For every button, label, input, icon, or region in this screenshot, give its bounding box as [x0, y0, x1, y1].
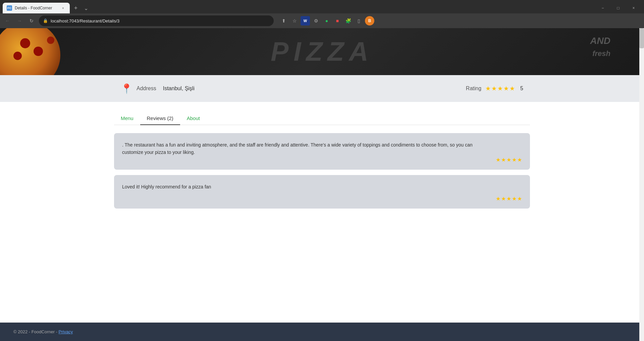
star-3: ★: [497, 85, 503, 92]
address-value: Istanbul, Şişli: [163, 86, 195, 92]
address-bar-row: ← → ↻ 🔒 localhost:7043/Restaurant/Detail…: [0, 13, 644, 28]
new-tab-button[interactable]: +: [71, 3, 80, 13]
extension-green-icon[interactable]: ●: [322, 16, 331, 25]
url-text: localhost:7043/Restaurant/Details/3: [51, 18, 270, 23]
tab-title: Details - FoodCorner: [15, 6, 58, 10]
footer: © 2022 - FoodCorner - Privacy: [0, 323, 644, 341]
rating-label: Rating: [466, 86, 481, 92]
browser-chrome: FC Details - FoodCorner × + ⌄ − □ × ← → …: [0, 0, 644, 28]
review-star-3: ★: [506, 157, 511, 163]
review-text: Loved it! Highly recommend for a pizza f…: [122, 183, 482, 190]
tab-favicon: FC: [7, 5, 12, 11]
extension-settings-icon[interactable]: ⚙: [311, 16, 321, 25]
tab-about[interactable]: About: [180, 112, 207, 125]
tabs: Menu Reviews (2) About: [114, 112, 530, 125]
rating-section: Rating ★ ★ ★ ★ ★ 5: [466, 85, 523, 92]
extension-word-icon[interactable]: W: [301, 16, 310, 25]
location-pin-icon: 📍: [121, 83, 132, 94]
page-content: PIZZA ANDfresh 📍 Address Istanbul, Şişli…: [0, 28, 644, 219]
bookmark-icon[interactable]: ☆: [290, 16, 299, 25]
review-star-2: ★: [501, 157, 506, 163]
reviews-container: . The restaurant has a fun and inviting …: [114, 133, 530, 209]
star-1: ★: [485, 85, 491, 92]
tab-close-button[interactable]: ×: [60, 5, 66, 11]
toolbar-icons: ⬆ ☆ W ⚙ ● ■ 🧩 ▯ B: [279, 16, 374, 25]
extensions-button[interactable]: 🧩: [343, 16, 353, 25]
rating-stars: ★ ★ ★ ★ ★: [485, 85, 515, 92]
footer-copyright: © 2022 - FoodCorner - Privacy: [13, 329, 73, 334]
extension-red-icon[interactable]: ■: [333, 16, 342, 25]
address-bar[interactable]: 🔒 localhost:7043/Restaurant/Details/3: [39, 15, 274, 26]
review-text: . The restaurant has a fun and inviting …: [122, 141, 482, 156]
review-star-5: ★: [517, 157, 522, 163]
review-card: Loved it! Highly recommend for a pizza f…: [114, 175, 530, 209]
review-star-2: ★: [501, 195, 506, 202]
profile-icon[interactable]: B: [365, 16, 374, 25]
scrollbar-thumb[interactable]: [639, 28, 644, 48]
maximize-button[interactable]: □: [610, 3, 626, 13]
review-card: . The restaurant has a fun and inviting …: [114, 133, 530, 170]
hero-right-text: ANDfresh: [590, 35, 610, 59]
info-bar: 📍 Address Istanbul, Şişli Rating ★ ★ ★ ★…: [0, 75, 644, 102]
back-button[interactable]: ←: [3, 16, 12, 25]
address-label: Address: [137, 86, 156, 92]
sidebar-toggle-icon[interactable]: ▯: [354, 16, 364, 25]
review-star-3: ★: [506, 195, 511, 202]
star-4: ★: [503, 85, 509, 92]
refresh-button[interactable]: ↻: [27, 16, 36, 25]
review-star-1: ★: [496, 157, 500, 163]
review-stars: ★ ★ ★ ★ ★: [496, 195, 522, 202]
star-2: ★: [491, 85, 497, 92]
review-star-5: ★: [517, 195, 522, 202]
tab-menu[interactable]: Menu: [114, 112, 140, 125]
tab-bar: FC Details - FoodCorner × + ⌄ − □ ×: [0, 0, 644, 13]
lock-icon: 🔒: [43, 18, 48, 23]
pizza-hero-text: PIZZA: [271, 36, 373, 67]
tab-list-button[interactable]: ⌄: [80, 3, 91, 13]
review-star-1: ★: [496, 195, 500, 202]
privacy-link[interactable]: Privacy: [59, 329, 73, 334]
rating-value: 5: [520, 86, 523, 92]
main-content: Menu Reviews (2) About . The restaurant …: [107, 102, 537, 219]
share-icon[interactable]: ⬆: [279, 16, 288, 25]
address-section: 📍 Address Istanbul, Şişli: [121, 83, 195, 94]
minimize-button[interactable]: −: [595, 3, 610, 13]
close-window-button[interactable]: ×: [626, 3, 641, 13]
browser-tab[interactable]: FC Details - FoodCorner ×: [3, 3, 70, 13]
scrollbar[interactable]: [639, 28, 644, 341]
window-controls: − □ ×: [595, 3, 644, 13]
tab-reviews[interactable]: Reviews (2): [140, 112, 180, 125]
hero-image: PIZZA ANDfresh: [0, 28, 644, 75]
star-5: ★: [509, 85, 515, 92]
review-star-4: ★: [512, 157, 517, 163]
forward-button[interactable]: →: [15, 16, 24, 25]
review-star-4: ★: [512, 195, 517, 202]
review-stars: ★ ★ ★ ★ ★: [496, 157, 522, 163]
